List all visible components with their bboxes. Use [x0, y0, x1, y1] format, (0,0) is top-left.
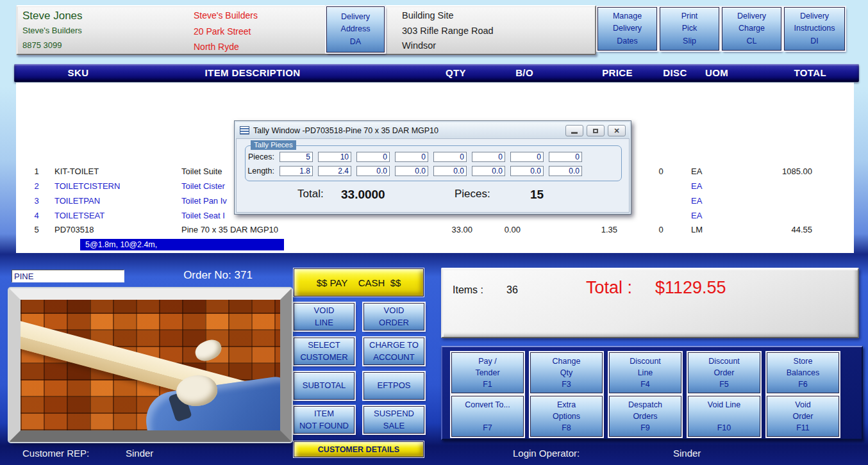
row-desc: Pine 70 x 35 DAR MGP10	[181, 225, 393, 234]
length-input[interactable]	[280, 166, 313, 176]
lumber-photo-frame	[9, 288, 292, 442]
length-input[interactable]	[510, 166, 544, 176]
pieces-input[interactable]	[549, 152, 582, 162]
length-input[interactable]	[356, 166, 390, 176]
row-sku: TOILETSEAT	[54, 211, 176, 220]
length-input[interactable]	[549, 166, 582, 176]
maximize-button[interactable]	[587, 125, 605, 136]
row-total: 44.55	[735, 225, 812, 234]
tally-window-titlebar[interactable]: Tally Window -PD703518-Pine 70 x 35 DAR …	[236, 122, 630, 138]
subtotal-button[interactable]: SUBTOTAL	[294, 372, 355, 400]
customer-phone: 8875 3099	[22, 40, 62, 50]
manage-delivery-dates-button[interactable]: Manage Delivery Dates	[597, 7, 657, 51]
table-row[interactable]: 5 PD703518 Pine 70 x 35 DAR MGP10 33.00 …	[0, 225, 868, 235]
convert-to-f7-button[interactable]: Convert To... F7	[451, 396, 524, 437]
pieces-input[interactable]	[510, 152, 544, 162]
tally-window-title: Tally Window -PD703518-Pine 70 x 35 DAR …	[253, 126, 438, 135]
pos-screen: { "top": { "customer": { "name": "Steve …	[0, 0, 868, 465]
login-operator-value: Sinder	[673, 448, 701, 459]
tally-note-row[interactable]: 5@1.8m, 10@2.4m,	[80, 239, 284, 250]
row-num: 5	[31, 225, 42, 234]
pieces-input[interactable]	[356, 152, 390, 162]
print-pick-slip-button[interactable]: Print Pick Slip	[660, 7, 719, 51]
close-button[interactable]: ✕	[608, 125, 626, 136]
length-input[interactable]	[433, 166, 467, 176]
minimize-icon	[571, 132, 578, 134]
tally-pieces-group: Tally Pieces Pieces: Length:	[245, 145, 622, 181]
row-uom: EA	[691, 181, 719, 191]
sale-summary-panel: Items : 36 Total : $1129.55	[441, 268, 859, 338]
suspend-sale-button[interactable]: SUSPEND SALE	[363, 406, 424, 434]
despatch-orders-f9-button[interactable]: Despatch Orders F9	[609, 396, 681, 437]
customer-company: Steve's Builders	[22, 26, 82, 35]
lumber-photo	[21, 300, 280, 430]
void-order-f11-button[interactable]: Void Order F11	[767, 396, 839, 437]
grid-column-header: SKU ITEM DESCRIPTION QTY B/O PRICE DISC …	[14, 64, 859, 82]
col-qty: QTY	[399, 67, 466, 78]
eftpos-button[interactable]: EFTPOS	[363, 372, 424, 400]
pieces-label: Pieces:	[246, 152, 274, 161]
row-uom: EA	[691, 211, 719, 220]
discount-order-f5-button[interactable]: Discount Order F5	[688, 352, 760, 393]
col-sku: SKU	[53, 67, 104, 78]
billing-line3: North Ryde	[194, 42, 239, 52]
col-bo: B/O	[472, 67, 533, 78]
row-price: 1.35	[550, 225, 617, 234]
row-sku: KIT-TOILET	[54, 167, 176, 176]
delivery-instructions-button[interactable]: Delivery Instructions DI	[784, 7, 845, 51]
length-label: Length:	[246, 167, 274, 175]
col-disc: DISC	[660, 67, 690, 78]
customer-details-button[interactable]: CUSTOMER DETAILS	[294, 441, 424, 457]
pieces-input[interactable]	[280, 152, 313, 162]
close-icon: ✕	[613, 127, 619, 135]
void-line-button[interactable]: VOID LINE	[294, 303, 355, 330]
select-customer-button[interactable]: SELECT CUSTOMER	[294, 338, 355, 365]
delivery-site-line2: 303 Rifle Range Road	[402, 26, 494, 36]
store-balances-f6-button[interactable]: Store Balances F6	[767, 352, 839, 393]
row-disc: 0	[650, 167, 672, 176]
item-not-found-button[interactable]: ITEM NOT FOUND	[294, 406, 355, 434]
row-num: 3	[31, 196, 42, 206]
customer-rep-label: Customer REP:	[22, 448, 89, 459]
tally-pieces-label: Tally Pieces	[251, 140, 296, 150]
customer-name: Steve Jones	[22, 10, 83, 22]
row-sku: PD703518	[54, 225, 176, 234]
customer-header-panel: Steve Jones Steve's Builders 8875 3099 S…	[16, 5, 596, 55]
row-bo: 0.00	[460, 225, 521, 234]
tally-window-icon	[240, 126, 249, 135]
tally-count-label: Pieces:	[455, 188, 490, 200]
items-label: Items :	[453, 284, 483, 296]
length-input[interactable]	[395, 166, 428, 176]
delivery-charge-button[interactable]: Delivery Charge CL	[722, 7, 781, 51]
length-input[interactable]	[472, 166, 505, 176]
pay-cash-button[interactable]: $$ PAY CASH $$	[294, 268, 424, 297]
billing-line1: Steve's Builders	[194, 10, 258, 20]
billing-line2: 20 Park Street	[194, 26, 251, 37]
col-desc: ITEM DESCRIPTION	[195, 67, 310, 78]
row-disc: 0	[650, 225, 672, 234]
delivery-address-button[interactable]: Delivery Address DA	[326, 6, 385, 53]
row-uom: LM	[691, 225, 719, 234]
void-line-f10-button[interactable]: Void Line F10	[688, 396, 760, 437]
discount-line-f4-button[interactable]: Discount Line F4	[609, 352, 681, 393]
void-order-button[interactable]: VOID ORDER	[363, 303, 424, 330]
customer-rep-value: Sinder	[126, 448, 153, 459]
charge-to-account-button[interactable]: CHARGE TO ACCOUNT	[363, 338, 424, 365]
minimize-button[interactable]	[565, 125, 583, 136]
pieces-input[interactable]	[433, 152, 467, 162]
length-input[interactable]	[318, 166, 351, 176]
sale-total-label: Total :	[586, 278, 632, 298]
pay-tender-f1-button[interactable]: Pay / Tender F1	[451, 352, 524, 393]
login-operator-label: Login Operator:	[513, 448, 580, 459]
pieces-input[interactable]	[472, 152, 505, 162]
pieces-input[interactable]	[318, 152, 351, 162]
tally-count-value: 15	[530, 188, 544, 202]
maximize-icon	[593, 129, 598, 133]
row-total: 1085.00	[735, 167, 812, 176]
pieces-input[interactable]	[395, 152, 428, 162]
extra-options-f8-button[interactable]: Extra Options F8	[530, 396, 603, 437]
change-qty-f3-button[interactable]: Change Qty F3	[530, 352, 603, 393]
search-input[interactable]	[12, 270, 124, 282]
row-num: 2	[31, 181, 42, 191]
row-uom: EA	[691, 167, 719, 176]
